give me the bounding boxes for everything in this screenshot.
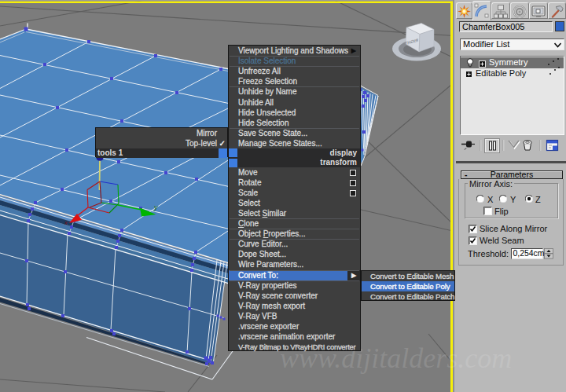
svg-text:y: y [153, 203, 158, 211]
